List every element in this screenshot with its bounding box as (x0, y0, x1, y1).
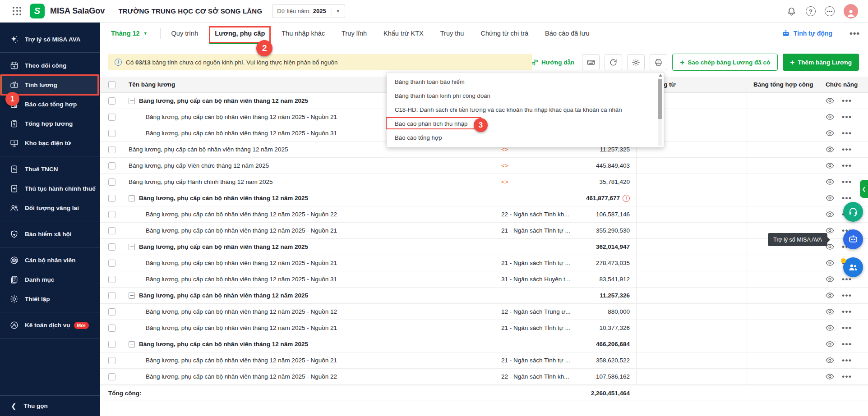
row-checkbox[interactable] (108, 227, 115, 234)
tab-thu-nh-p-kh-c[interactable]: Thu nhập khác (282, 23, 325, 44)
row-checkbox[interactable] (108, 276, 115, 283)
support-float-button[interactable] (843, 202, 863, 222)
month-selector[interactable]: Tháng 12 ▼ (111, 30, 148, 37)
sidebar-collapse-button[interactable]: ❮ Thu gọn (0, 395, 100, 416)
row-checkbox[interactable] (108, 130, 115, 137)
row-more-icon[interactable]: ••• (842, 291, 852, 300)
table-row[interactable]: Bảng lương, phụ cấp cán bộ nhân viên thá… (100, 206, 868, 223)
table-row[interactable]: Bảng lương, phụ cấp cán bộ nhân viên thá… (100, 223, 868, 239)
sidebar-item-sparkle[interactable]: Trợ lý số MISA AVA (0, 30, 100, 49)
view-icon[interactable] (826, 113, 834, 121)
table-row[interactable]: Bảng lương, phụ cấp cán bộ nhân viên thá… (100, 271, 868, 288)
row-checkbox[interactable] (108, 373, 115, 380)
row-checkbox[interactable] (108, 260, 115, 267)
collapse-icon[interactable] (129, 98, 135, 104)
panel-expand-tab[interactable]: ❮ (860, 180, 868, 198)
collapse-icon[interactable] (129, 341, 135, 347)
row-checkbox[interactable] (108, 114, 115, 121)
menu-item[interactable]: Báo cáo phân tích thu nhập3 (387, 117, 664, 131)
tab-more-icon[interactable]: ••• (850, 28, 860, 38)
copy-salary-sheet-button[interactable]: + Sao chép bảng Lương đã có (672, 54, 778, 71)
table-row[interactable]: Bảng lương, phụ cấp cán bộ nhân viên thá… (100, 320, 868, 336)
row-more-icon[interactable]: ••• (842, 113, 852, 122)
guide-button[interactable]: Hướng dẫn (531, 59, 574, 66)
sidebar-item-accounting-service[interactable]: Kế toán dịch vụMới (0, 315, 100, 335)
help-icon[interactable]: ? (806, 6, 816, 16)
menu-item[interactable]: Báo cáo tổng hợp (387, 131, 664, 145)
sidebar-item-clipboard[interactable]: $Tổng hợp lương (0, 114, 100, 133)
menu-item[interactable]: C18-HD: Danh sách chi tiền lương và các … (387, 103, 664, 117)
sidebar-item-monitor[interactable]: $Kho bạc điện tử (0, 133, 100, 153)
row-more-icon[interactable]: ••• (842, 129, 852, 138)
row-more-icon[interactable]: ••• (842, 340, 852, 349)
table-row[interactable]: Bảng lương, phụ cấp cán bộ nhân viên thá… (100, 239, 868, 255)
view-icon[interactable] (826, 145, 834, 154)
sidebar-item-tax-document[interactable]: %Thuế TNCN (0, 160, 100, 179)
row-checkbox[interactable] (108, 325, 115, 332)
view-icon[interactable] (826, 129, 834, 137)
refresh-button[interactable] (605, 54, 622, 70)
row-more-icon[interactable]: ••• (842, 324, 852, 333)
community-float-button[interactable] (843, 257, 863, 277)
table-row[interactable]: Bảng lương, phụ cấp cán bộ nhân viên thá… (100, 288, 868, 304)
row-checkbox[interactable] (108, 146, 115, 153)
sidebar-item-catalog[interactable]: Danh mục (0, 270, 100, 289)
tab-truy-l-nh[interactable]: Truy lĩnh (342, 23, 367, 44)
print-button[interactable] (650, 54, 667, 70)
sidebar-item-document-plus[interactable]: Thủ tục hành chính thuế (0, 179, 100, 198)
view-icon[interactable] (826, 178, 834, 186)
view-icon[interactable] (826, 356, 834, 365)
collapse-icon[interactable] (129, 195, 135, 201)
menu-item[interactable]: Bảng thanh toán kinh phí công đoàn (387, 89, 664, 103)
view-icon[interactable] (826, 324, 834, 332)
app-grid-icon[interactable] (13, 7, 22, 16)
view-icon[interactable] (826, 291, 834, 300)
add-salary-sheet-button[interactable]: + Thêm bảng Lương (783, 54, 859, 71)
table-row[interactable]: Bảng lương, phụ cấp cán bộ nhân viên thá… (100, 190, 868, 206)
table-row[interactable]: Bảng lương, phụ cấp cán bộ nhân viên thá… (100, 255, 868, 271)
row-more-icon[interactable]: ••• (842, 145, 852, 154)
tab-l-ng-ph-c-p[interactable]: Lương, phụ cấp2 (215, 23, 265, 44)
table-row[interactable]: Bảng lương, phụ cấp cán bộ nhân viên thá… (100, 336, 868, 352)
row-more-icon[interactable]: ••• (842, 161, 852, 170)
table-row[interactable]: Bảng lương, phụ cấp cán bộ nhân viên thá… (100, 352, 868, 369)
row-checkbox[interactable] (108, 195, 115, 202)
keyboard-shortcuts-button[interactable] (582, 54, 600, 70)
view-icon[interactable] (826, 96, 834, 105)
view-icon[interactable] (826, 340, 834, 348)
view-icon[interactable] (826, 275, 834, 283)
sidebar-item-shield-heart[interactable]: Bảo hiểm xã hội (0, 224, 100, 244)
tab-quy-tr-nh[interactable]: Quy trình (171, 23, 199, 44)
tab-kh-u-tr-ktx[interactable]: Khấu trừ KTX (383, 23, 424, 44)
table-row[interactable]: Bảng lương, phụ cấp Hành chính tháng 12 … (100, 174, 868, 190)
row-more-icon[interactable]: ••• (842, 194, 852, 203)
sidebar-item-gear[interactable]: Thiết lập (0, 289, 100, 309)
row-checkbox[interactable] (108, 162, 115, 169)
menu-item[interactable]: Bảng thanh toán bảo hiểm (387, 75, 664, 89)
settings-button[interactable] (627, 54, 645, 70)
auto-calc-button[interactable]: Tính tự động (781, 29, 832, 38)
tab-ch-ng-t-chi-tr-[interactable]: Chứng từ chi trả (480, 23, 528, 44)
view-icon[interactable] (826, 259, 834, 267)
view-icon[interactable] (826, 210, 834, 219)
data-year-select[interactable]: Dữ liệu năm: 2025 ▼ (272, 4, 345, 18)
table-row[interactable]: Bảng lương, phụ cấp cán bộ nhân viên thá… (100, 304, 868, 320)
tab-truy-thu[interactable]: Truy thu (440, 23, 464, 44)
row-checkbox[interactable] (108, 357, 115, 364)
row-more-icon[interactable]: ••• (842, 356, 852, 365)
row-more-icon[interactable]: ••• (842, 96, 852, 105)
collapse-icon[interactable] (129, 293, 135, 299)
user-avatar[interactable] (844, 4, 858, 18)
more-options-icon[interactable]: ••• (825, 6, 835, 16)
view-icon[interactable] (826, 307, 834, 316)
row-checkbox[interactable] (108, 211, 115, 218)
view-icon[interactable] (826, 372, 834, 381)
view-icon[interactable] (826, 194, 834, 202)
row-more-icon[interactable]: ••• (842, 178, 852, 187)
notification-bell-icon[interactable] (786, 6, 797, 17)
row-checkbox[interactable] (108, 308, 115, 315)
collapse-icon[interactable] (129, 244, 135, 250)
select-all-checkbox[interactable] (108, 81, 115, 88)
sidebar-item-calendar[interactable]: Theo dõi công (0, 56, 100, 75)
view-icon[interactable] (826, 161, 834, 170)
